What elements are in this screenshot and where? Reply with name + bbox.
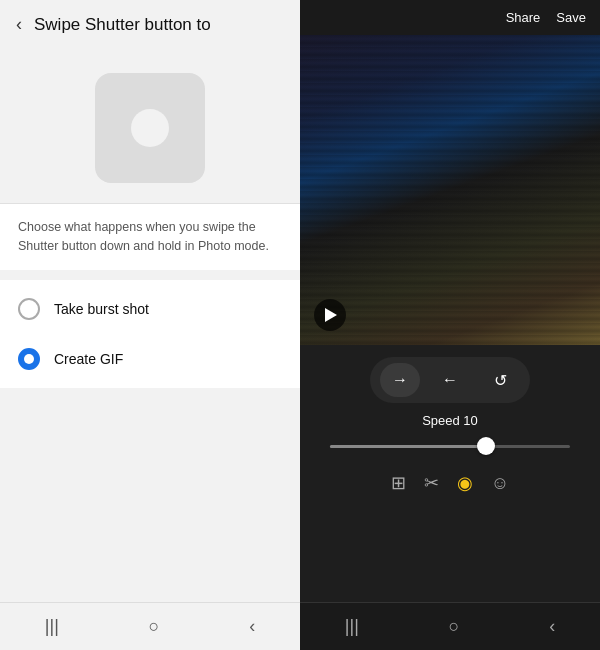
option-burst[interactable]: Take burst shot bbox=[0, 284, 300, 334]
dir-backward-button[interactable]: ← bbox=[430, 363, 470, 397]
video-preview bbox=[300, 35, 600, 345]
right-panel: Share Save → ← ↺ Speed 10 ⊞ ✂ ◉ ☺ bbox=[300, 0, 600, 650]
shutter-circle bbox=[131, 109, 169, 147]
left-header: ‹ Swipe Shutter button to bbox=[0, 0, 300, 49]
play-triangle-icon bbox=[325, 308, 337, 322]
speed-label: Speed 10 bbox=[422, 413, 478, 428]
radio-gif-inner bbox=[24, 354, 34, 364]
slider-track bbox=[330, 445, 570, 448]
left-nav-back-icon[interactable]: ‹ bbox=[249, 616, 255, 637]
bottom-icons: ⊞ ✂ ◉ ☺ bbox=[391, 472, 509, 494]
back-icon[interactable]: ‹ bbox=[16, 14, 22, 35]
right-nav-menu-icon[interactable]: ||| bbox=[345, 616, 359, 637]
left-nav-menu-icon[interactable]: ||| bbox=[45, 616, 59, 637]
shutter-illustration bbox=[0, 49, 300, 203]
left-nav-home-icon[interactable]: ○ bbox=[149, 616, 160, 637]
filter-icon[interactable]: ◉ bbox=[457, 472, 473, 494]
radio-burst[interactable] bbox=[18, 298, 40, 320]
share-button[interactable]: Share bbox=[506, 10, 541, 25]
sticker-icon[interactable]: ✂ bbox=[424, 472, 439, 494]
emoji-icon[interactable]: ☺ bbox=[491, 473, 509, 494]
dir-forward-button[interactable]: → bbox=[380, 363, 420, 397]
speed-slider[interactable] bbox=[330, 436, 570, 456]
option-gif-label: Create GIF bbox=[54, 351, 123, 367]
left-description: Choose what happens when you swipe the S… bbox=[0, 203, 300, 270]
right-nav-bar: ||| ○ ‹ bbox=[300, 602, 600, 650]
save-button[interactable]: Save bbox=[556, 10, 586, 25]
video-overlay bbox=[300, 35, 600, 345]
layout-icon[interactable]: ⊞ bbox=[391, 472, 406, 494]
right-nav-back-icon[interactable]: ‹ bbox=[549, 616, 555, 637]
direction-buttons: → ← ↺ bbox=[370, 357, 530, 403]
options-section: Take burst shot Create GIF bbox=[0, 280, 300, 388]
slider-thumb[interactable] bbox=[477, 437, 495, 455]
left-panel: ‹ Swipe Shutter button to Choose what ha… bbox=[0, 0, 300, 650]
slider-fill bbox=[330, 445, 486, 448]
right-header: Share Save bbox=[300, 0, 600, 35]
play-button[interactable] bbox=[314, 299, 346, 331]
dir-loop-button[interactable]: ↺ bbox=[480, 363, 520, 397]
option-burst-label: Take burst shot bbox=[54, 301, 149, 317]
option-gif[interactable]: Create GIF bbox=[0, 334, 300, 384]
page-title: Swipe Shutter button to bbox=[34, 15, 211, 35]
left-nav-bar: ||| ○ ‹ bbox=[0, 602, 300, 650]
controls-area: → ← ↺ Speed 10 ⊞ ✂ ◉ ☺ bbox=[300, 345, 600, 602]
right-nav-home-icon[interactable]: ○ bbox=[449, 616, 460, 637]
shutter-icon bbox=[95, 73, 205, 183]
radio-gif[interactable] bbox=[18, 348, 40, 370]
